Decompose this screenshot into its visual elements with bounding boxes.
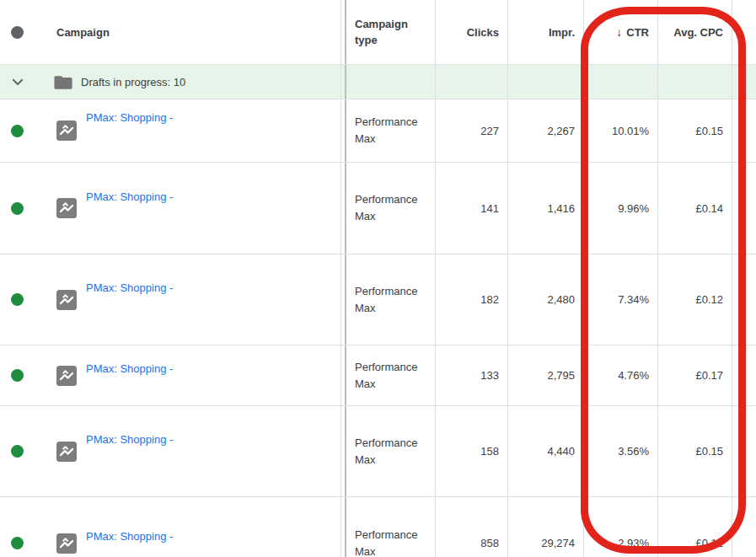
performance-chart-icon [56,198,77,218]
campaign-type-cell: Performance Max [346,163,436,254]
row-status-cell[interactable] [0,345,34,405]
campaign-type-cell: Performance Max [346,406,436,496]
sort-descending-icon: ↓ [616,25,622,39]
ctr-cell: 2.93% [584,497,658,557]
campaign-link[interactable]: PMax: Shopping - [86,433,173,446]
campaign-link[interactable]: PMax: Shopping - [86,530,173,543]
group-impressions-cell [508,65,584,99]
campaigns-table: Campaign Campaign type Clicks Impr. ↓ CT… [0,0,756,557]
campaign-link[interactable]: PMax: Shopping - [86,362,173,375]
enabled-status-icon [11,537,24,549]
impressions-cell: 1,416 [508,163,584,254]
campaign-type-cell: Performance Max [346,345,436,405]
enabled-status-icon [11,369,24,382]
row-spacer [732,99,756,162]
clicks-cell: 158 [436,406,508,496]
group-label: Drafts in progress: 10 [81,76,185,88]
header-clicks[interactable]: Clicks [436,0,508,64]
header-campaign-type-label: Campaign type [355,16,428,48]
enabled-status-icon [11,125,24,137]
header-impressions[interactable]: Impr. [508,0,584,64]
impressions-cell: 2,795 [508,345,584,405]
avg-cpc-cell: £0.12 [658,254,732,345]
clicks-cell: 858 [436,497,508,557]
performance-chart-icon [56,121,77,141]
row-status-cell[interactable] [0,406,34,496]
campaign-cell: PMax: Shopping - [34,163,341,254]
ctr-cell: 10.01% [584,99,658,162]
group-ctr-cell [584,65,658,99]
row-status-cell[interactable] [0,497,34,557]
campaign-type-value: Performance Max [355,527,428,557]
enabled-status-icon [11,293,24,306]
ctr-cell: 7.34% [584,254,658,345]
header-status-cell[interactable] [0,0,34,64]
group-spacer [732,65,756,99]
header-clicks-label: Clicks [467,26,499,39]
enabled-status-icon [11,445,24,458]
campaign-link[interactable]: PMax: Shopping - [86,111,173,124]
row-spacer [732,163,756,254]
row-status-cell[interactable] [0,99,34,162]
chevron-down-icon [10,74,25,89]
clicks-cell: 141 [436,163,508,254]
table-row[interactable]: PMax: Shopping - Performance Max 227 2,2… [0,99,756,163]
header-campaign[interactable]: Campaign [34,0,341,64]
impressions-cell: 29,274 [508,497,584,557]
ctr-cell: 3.56% [584,406,658,496]
campaign-cell: PMax: Shopping - [34,345,341,405]
campaign-type-value: Performance Max [355,435,428,469]
performance-chart-icon [56,366,77,386]
header-ctr-label: CTR [626,26,649,39]
clicks-cell: 227 [436,99,508,162]
group-expand-cell[interactable] [0,65,34,99]
campaign-cell: PMax: Shopping - [34,99,341,162]
header-ctr[interactable]: ↓ CTR [584,0,658,64]
campaign-type-cell: Performance Max [346,99,436,162]
row-spacer [732,497,756,557]
clicks-cell: 133 [436,345,508,405]
table-row[interactable]: PMax: Shopping - Performance Max 858 29,… [0,497,756,557]
campaign-type-value: Performance Max [355,114,428,147]
campaign-type-cell: Performance Max [346,254,436,345]
avg-cpc-cell: £0.12 [658,497,732,557]
row-status-cell[interactable] [0,254,34,345]
campaign-link[interactable]: PMax: Shopping - [86,281,173,294]
impressions-cell: 2,267 [508,99,584,162]
group-clicks-cell [436,65,508,99]
campaign-type-value: Performance Max [355,283,428,317]
status-filter-icon [11,26,24,39]
table-header-row: Campaign Campaign type Clicks Impr. ↓ CT… [0,0,756,65]
row-spacer [732,345,756,405]
performance-chart-icon [56,533,77,554]
group-label-cell: Drafts in progress: 10 [34,65,341,99]
group-type-cell [346,65,436,99]
clicks-cell: 182 [436,254,508,345]
row-spacer [732,406,756,496]
header-avg-cpc-label: Avg. CPC [673,26,723,39]
campaign-cell: PMax: Shopping - [34,406,341,496]
campaign-cell: PMax: Shopping - [34,497,341,557]
header-impressions-label: Impr. [549,26,575,39]
folder-icon [54,74,72,90]
enabled-status-icon [11,202,24,215]
avg-cpc-cell: £0.17 [658,345,732,405]
row-status-cell[interactable] [0,163,34,254]
avg-cpc-cell: £0.14 [658,163,732,254]
ctr-cell: 4.76% [584,345,658,405]
table-row[interactable]: PMax: Shopping - Performance Max 141 1,4… [0,163,756,254]
campaign-cell: PMax: Shopping - [34,254,341,345]
table-row[interactable]: PMax: Shopping - Performance Max 158 4,4… [0,406,756,497]
header-campaign-type[interactable]: Campaign type [346,0,436,64]
drafts-group-row[interactable]: Drafts in progress: 10 [0,65,756,99]
campaign-type-value: Performance Max [355,191,428,225]
impressions-cell: 2,480 [508,254,584,345]
row-spacer [732,254,756,345]
table-row[interactable]: PMax: Shopping - Performance Max 133 2,7… [0,345,756,406]
impressions-cell: 4,440 [508,406,584,496]
avg-cpc-cell: £0.15 [658,99,732,162]
table-row[interactable]: PMax: Shopping - Performance Max 182 2,4… [0,254,756,345]
header-avg-cpc[interactable]: Avg. CPC [658,0,732,64]
group-cpc-cell [658,65,732,99]
campaign-link[interactable]: PMax: Shopping - [86,190,173,203]
